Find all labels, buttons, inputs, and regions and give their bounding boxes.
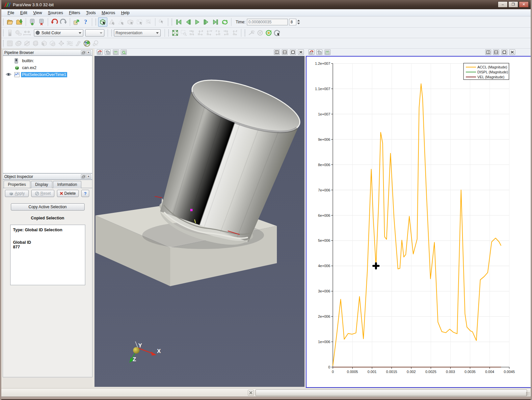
save-data-button[interactable] [15, 17, 24, 27]
toolbar-handle[interactable] [3, 18, 4, 26]
show-orientation-axes-button[interactable] [273, 29, 281, 37]
color-by-combo[interactable]: Solid Color [34, 29, 83, 37]
select-block-button[interactable] [144, 17, 153, 27]
disconnect-server-button[interactable] [37, 17, 46, 27]
camera-redo-button[interactable] [105, 49, 111, 55]
slice-filter-button[interactable] [31, 39, 40, 47]
play-button[interactable] [193, 17, 202, 27]
view-plus-x-button[interactable]: +X +X [188, 29, 197, 37]
glyph-filter-button[interactable] [57, 39, 66, 47]
maximize-button[interactable]: ❐ [508, 1, 518, 8]
reset-button[interactable]: Reset [31, 190, 54, 197]
menu-tools[interactable]: Tools [83, 10, 99, 16]
group-datasets-filter-button[interactable] [83, 39, 91, 47]
menu-filters[interactable]: Filters [66, 10, 83, 16]
plot-selection-over-time-view[interactable]: 01e+0062e+0063e+0064e+0065e+0066e+0067e+… [306, 56, 532, 388]
render-view-options-button[interactable] [113, 49, 119, 55]
view-minus-z-button[interactable]: -Z -Z [231, 29, 239, 37]
pipeline-item-can-ex2[interactable]: can.ex2 [3, 64, 92, 71]
menu-sources[interactable]: Sources [45, 10, 66, 16]
resize-grip[interactable] [526, 392, 530, 396]
component-combo[interactable] [85, 29, 104, 37]
view-minus-y-button[interactable]: -Y -Y [214, 29, 222, 37]
connect-server-button[interactable] [28, 17, 37, 27]
threshold-filter-button[interactable] [40, 39, 48, 47]
render-split-horizontal-button[interactable] [274, 49, 280, 55]
view-minus-x-button[interactable]: -X -X [197, 29, 205, 37]
close-button[interactable]: ✕ [519, 1, 529, 8]
view-plus-y-button[interactable]: +Y +Y [205, 29, 214, 37]
chart-camera-redo-button[interactable] [316, 49, 322, 55]
pipeline-float-button[interactable] [81, 50, 86, 55]
undo-button[interactable] [50, 17, 59, 27]
next-frame-button[interactable] [202, 17, 211, 27]
stream-tracer-filter-button[interactable] [66, 39, 74, 47]
previous-frame-button[interactable] [183, 17, 193, 27]
pipeline-close-button[interactable]: ✕ [86, 50, 91, 55]
minimize-button[interactable]: – [498, 1, 508, 8]
frame-spinner[interactable] [297, 19, 301, 25]
abort-button[interactable] [248, 390, 254, 396]
tab-properties[interactable]: Properties [4, 181, 30, 188]
menu-macros[interactable]: Macros [99, 10, 118, 16]
redo-button[interactable] [59, 17, 68, 27]
zoom-to-box-button[interactable] [179, 29, 188, 37]
chart-maximize-button[interactable] [501, 49, 507, 55]
render-view-3d[interactable]: X Y Z [94, 56, 305, 387]
select-points-through-button[interactable] [135, 17, 144, 27]
extract-level-filter-button[interactable] [91, 39, 100, 47]
frame-field[interactable] [289, 19, 296, 25]
menu-edit[interactable]: Edit [17, 10, 30, 16]
open-file-button[interactable] [6, 17, 15, 27]
render-close-view-button[interactable] [298, 49, 304, 55]
title-bar[interactable]: ParaView 3.9.0 32-bit – ❐ ✕ [1, 0, 531, 9]
menu-file[interactable]: File [5, 10, 17, 16]
menu-help[interactable]: Help [118, 10, 133, 16]
last-frame-button[interactable] [211, 17, 220, 27]
pick-center-button[interactable] [264, 29, 273, 37]
visibility-eye-icon[interactable] [6, 72, 12, 77]
representation-combo[interactable]: Representation [114, 29, 161, 37]
chart-split-vertical-button[interactable] [493, 49, 499, 55]
apply-button[interactable]: Apply [5, 190, 29, 197]
rescale-to-data-range-button[interactable] [23, 29, 31, 37]
first-frame-button[interactable] [174, 17, 183, 27]
contour-filter-button[interactable] [14, 39, 23, 47]
render-maximize-button[interactable] [290, 49, 296, 55]
help-button[interactable]: ? [81, 17, 90, 27]
interactive-select-button[interactable] [157, 17, 166, 27]
inspector-close-button[interactable]: ✕ [86, 174, 91, 179]
view-plus-z-button[interactable]: +Z +Z [222, 29, 231, 37]
camera-undo-button[interactable] [97, 49, 103, 55]
chart-close-view-button[interactable] [509, 49, 515, 55]
calculator-filter-button[interactable] [6, 39, 14, 47]
reset-center-button[interactable] [256, 29, 264, 37]
select-points-on-surface-button[interactable] [117, 17, 126, 27]
time-field[interactable] [247, 19, 288, 25]
tab-information[interactable]: Information [53, 181, 81, 188]
select-cells-through-button[interactable] [126, 17, 135, 27]
edit-color-map-button[interactable] [14, 29, 23, 37]
auto-apply-button[interactable] [72, 17, 81, 27]
chart-camera-undo-button[interactable] [308, 49, 314, 55]
render-split-vertical-button[interactable] [282, 49, 288, 55]
pipeline-item-builtin[interactable]: builtin: [3, 57, 92, 64]
clip-filter-button[interactable] [23, 39, 31, 47]
copy-active-selection-button[interactable]: Copy Active Selection [11, 203, 85, 211]
chart-split-horizontal-button[interactable] [485, 49, 491, 55]
toggle-color-legend-button[interactable] [6, 29, 14, 37]
show-center-button[interactable] [247, 29, 256, 37]
pipeline-item-plotselectionovertime[interactable]: PlotSelectionOverTime1 [3, 71, 92, 78]
warp-by-vector-filter-button[interactable] [74, 39, 83, 47]
delete-button[interactable]: Delete [57, 190, 79, 197]
tab-display[interactable]: Display [31, 181, 52, 188]
surface-select-cells-button[interactable] [98, 17, 107, 27]
chart-view-options-button[interactable] [325, 49, 331, 55]
loop-button[interactable] [220, 17, 229, 27]
select-cells-on-surface-button[interactable] [107, 17, 117, 27]
menu-view[interactable]: View [30, 10, 45, 16]
inspector-float-button[interactable] [81, 174, 86, 179]
inspector-help-button[interactable]: ? [81, 190, 89, 197]
extract-subset-filter-button[interactable] [48, 39, 57, 47]
reset-camera-button[interactable] [171, 29, 179, 37]
